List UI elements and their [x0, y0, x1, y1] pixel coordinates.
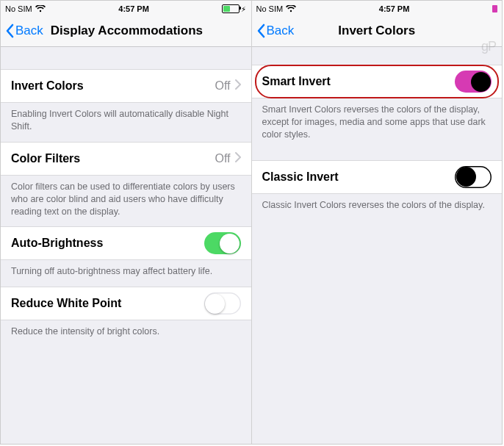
row-footer: Classic Invert Colors reverses the color…: [252, 194, 503, 220]
row-auto-brightness: Auto-Brightness: [1, 226, 251, 260]
row-invert-colors[interactable]: Invert Colors Off: [1, 69, 251, 103]
nav-bar: Back Display Accommodations: [1, 15, 251, 47]
status-bar: No SIM 4:57 PM: [252, 1, 503, 15]
nav-bar: Back Invert Colors: [252, 15, 503, 47]
chevron-right-icon: [235, 152, 241, 165]
phone-left: No SIM 4:57 PM ⚡︎ Back Display Accommoda…: [1, 1, 251, 444]
row-reduce-white-point: Reduce White Point: [1, 287, 251, 320]
row-label: Color Filters: [11, 152, 215, 165]
toggle-smart-invert[interactable]: [455, 71, 492, 93]
row-footer: Enabling Invert Colors will automaticall…: [1, 103, 251, 142]
row-color-filters[interactable]: Color Filters Off: [1, 142, 251, 176]
status-time: 4:57 PM: [379, 4, 410, 13]
row-label: Auto-Brightness: [11, 237, 204, 250]
row-footer: Smart Invert Colors reverses the colors …: [252, 98, 503, 150]
row-value: Off: [215, 79, 230, 93]
chevron-left-icon: [256, 24, 265, 38]
row-footer: Color filters can be used to differentia…: [1, 176, 251, 227]
battery-icon: ⚡︎: [222, 4, 246, 13]
chevron-right-icon: [235, 79, 241, 93]
carrier-text: No SIM: [5, 4, 32, 13]
chevron-left-icon: [5, 24, 14, 38]
settings-content: Invert Colors Off Enabling Invert Colors…: [1, 47, 251, 444]
wifi-icon: [35, 5, 46, 12]
battery-icon-inverted: [492, 5, 497, 12]
status-bar: No SIM 4:57 PM ⚡︎: [1, 1, 251, 15]
row-value: Off: [215, 152, 230, 165]
carrier-text: No SIM: [256, 4, 284, 13]
status-time: 4:57 PM: [118, 4, 149, 13]
screenshot-container: No SIM 4:57 PM ⚡︎ Back Display Accommoda…: [0, 0, 503, 445]
row-footer: Reduce the intensity of bright colors.: [1, 320, 251, 347]
toggle-auto-brightness[interactable]: [204, 232, 241, 254]
settings-content: Smart Invert Smart Invert Colors reverse…: [252, 47, 503, 444]
row-smart-invert: Smart Invert: [252, 65, 503, 98]
back-label: Back: [15, 24, 43, 38]
row-label: Reduce White Point: [11, 297, 204, 310]
phone-right: No SIM 4:57 PM Back Invert Colors gP Sma: [251, 1, 503, 444]
row-label: Classic Invert: [262, 170, 456, 184]
page-title: Display Accommodations: [51, 24, 203, 38]
wifi-icon: [286, 5, 296, 12]
row-classic-invert: Classic Invert: [252, 160, 503, 194]
row-footer: Turning off auto-brightness may affect b…: [1, 260, 251, 287]
row-label: Smart Invert: [262, 75, 456, 88]
row-label: Invert Colors: [11, 79, 215, 93]
back-button[interactable]: Back: [1, 24, 43, 38]
toggle-classic-invert[interactable]: [455, 166, 492, 188]
toggle-reduce-white-point[interactable]: [204, 292, 241, 314]
back-label: Back: [267, 24, 295, 38]
back-button[interactable]: Back: [252, 24, 295, 38]
